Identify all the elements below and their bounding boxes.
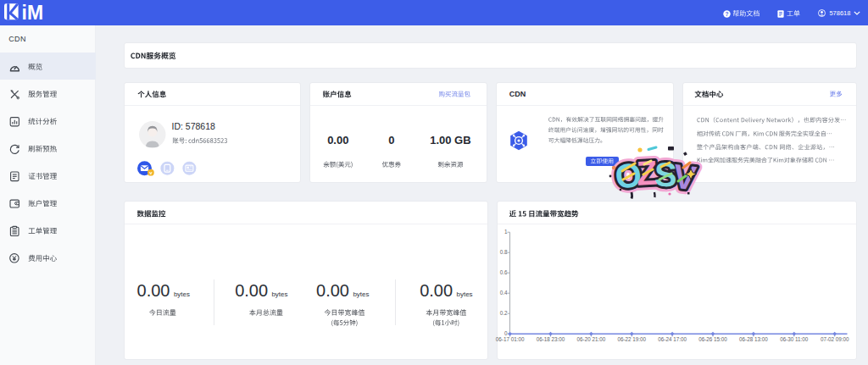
svg-text:06-30 11:00: 06-30 11:00 [780, 336, 809, 342]
svg-text:iM: iM [22, 3, 44, 24]
svg-text:1: 1 [504, 229, 508, 235]
svg-text:06-26 15:00: 06-26 15:00 [698, 336, 727, 342]
svg-text:06-28 13:00: 06-28 13:00 [739, 336, 768, 342]
svg-text:07-02 09:00: 07-02 09:00 [821, 336, 849, 342]
svg-text:06-17 01:00: 06-17 01:00 [496, 336, 525, 342]
svg-text:0.2: 0.2 [500, 310, 508, 316]
svg-text:06-20 21:00: 06-20 21:00 [577, 336, 606, 342]
svg-text:06-22 19:00: 06-22 19:00 [617, 336, 646, 342]
svg-text:?: ? [725, 10, 728, 16]
svg-text:06-24 17:00: 06-24 17:00 [658, 336, 687, 342]
svg-text:0.6: 0.6 [500, 269, 508, 275]
svg-text:0.4: 0.4 [500, 290, 508, 296]
svg-text:06-18 23:00: 06-18 23:00 [537, 336, 565, 342]
svg-text:0.8: 0.8 [500, 249, 508, 255]
